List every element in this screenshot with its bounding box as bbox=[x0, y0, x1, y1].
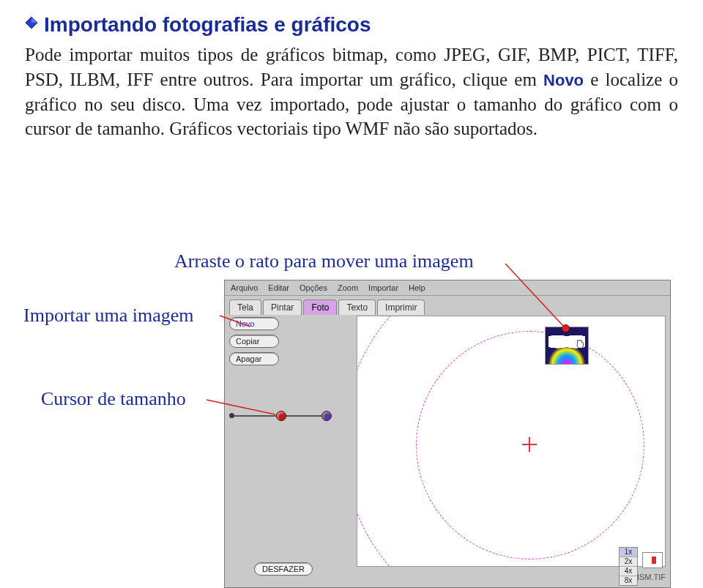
keyword-novo: Novo bbox=[543, 71, 584, 89]
tab-foto[interactable]: Foto bbox=[303, 299, 337, 315]
diamond-bullet-icon bbox=[25, 16, 38, 29]
menu-importar[interactable]: Importar bbox=[368, 283, 398, 292]
slider-endpoint-left-icon bbox=[229, 413, 234, 418]
zoom-1x[interactable]: 1x bbox=[620, 548, 637, 557]
body-paragraph: Pode importar muitos tipos de gráficos b… bbox=[25, 42, 678, 141]
slider-endpoint-right-icon bbox=[321, 411, 332, 421]
slider-handle-icon[interactable] bbox=[276, 411, 286, 421]
novo-button[interactable]: Novo bbox=[229, 317, 279, 330]
zoom-4x[interactable]: 4x bbox=[620, 566, 637, 576]
zoom-2x[interactable]: 2x bbox=[620, 557, 637, 566]
flag-icon[interactable] bbox=[642, 552, 663, 568]
copiar-button[interactable]: Copiar bbox=[229, 335, 279, 348]
tab-texto[interactable]: Texto bbox=[338, 299, 376, 315]
sidebar: Novo Copiar Apagar bbox=[229, 317, 279, 370]
desfazer-button[interactable]: DESFAZER bbox=[254, 562, 313, 576]
tab-pintar[interactable]: Pintar bbox=[263, 299, 302, 315]
zoom-8x[interactable]: 8x bbox=[620, 576, 637, 585]
caption-drag: Arraste o rato para mover uma imagem bbox=[174, 250, 474, 272]
menubar: Arquivo Editar Opções Zoom Importar Help bbox=[225, 280, 670, 296]
zoom-selector[interactable]: 1x 2x 4x 8x bbox=[619, 547, 638, 586]
hand-cursor-icon bbox=[575, 339, 585, 349]
imported-image-thumbnail[interactable] bbox=[545, 327, 589, 365]
tab-imprimir[interactable]: Imprimir bbox=[377, 299, 425, 315]
size-slider[interactable] bbox=[229, 405, 339, 427]
tabbar: Tela Pintar Foto Texto Imprimir bbox=[225, 296, 670, 315]
caption-import: Importar uma imagem bbox=[23, 305, 193, 327]
center-crosshair-icon bbox=[522, 437, 537, 452]
menu-zoom[interactable]: Zoom bbox=[338, 283, 358, 292]
caption-size-cursor: Cursor de tamanho bbox=[41, 388, 186, 410]
menu-editar[interactable]: Editar bbox=[268, 283, 289, 292]
tab-tela[interactable]: Tela bbox=[229, 299, 261, 315]
heading-text: Importando fotografias e gráficos bbox=[44, 13, 371, 36]
menu-arquivo[interactable]: Arquivo bbox=[231, 283, 258, 292]
canvas[interactable] bbox=[357, 316, 666, 567]
section-heading: Importando fotografias e gráficos bbox=[25, 13, 678, 37]
embedded-app-screenshot: Arquivo Editar Opções Zoom Importar Help… bbox=[224, 280, 671, 588]
menu-help[interactable]: Help bbox=[409, 283, 425, 292]
svg-marker-1 bbox=[31, 17, 37, 23]
apagar-button[interactable]: Apagar bbox=[229, 352, 279, 365]
menu-opcoes[interactable]: Opções bbox=[300, 283, 327, 292]
undo-area: DESFAZER bbox=[254, 562, 313, 580]
